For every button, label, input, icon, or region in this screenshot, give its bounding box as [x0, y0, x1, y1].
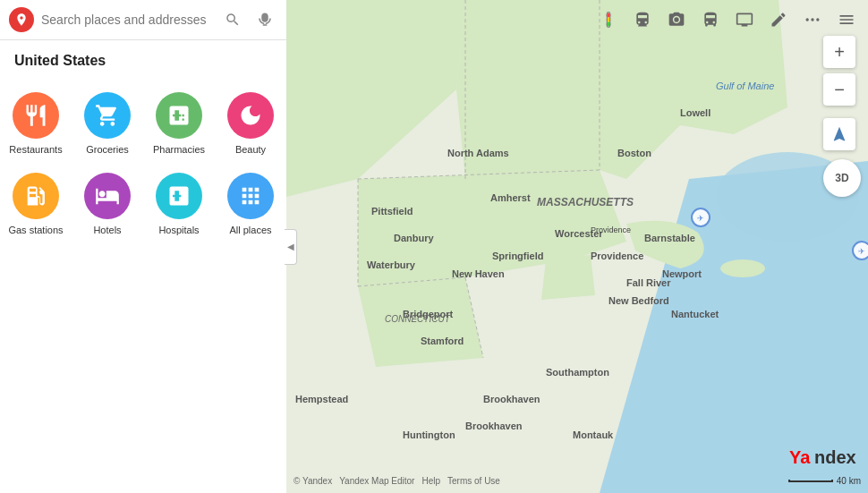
svg-text:New Haven: New Haven: [452, 268, 505, 279]
svg-text:Amherst: Amherst: [490, 192, 531, 203]
svg-text:Nantucket: Nantucket: [671, 309, 719, 319]
collapse-icon: ◀: [287, 242, 294, 251]
svg-text:Providence: Providence: [591, 251, 643, 261]
svg-text:✈: ✈: [858, 247, 865, 256]
hotels-icon: [84, 173, 131, 219]
category-item-pharmacies[interactable]: Pharmacies: [143, 83, 215, 164]
more-icon: [804, 11, 821, 29]
toolbar-screen-button[interactable]: [728, 4, 761, 36]
svg-point-53: [806, 18, 809, 21]
map-svg: Boston Amherst Bridgeport New Haven Wate…: [286, 0, 868, 493]
beauty-icon: [227, 92, 274, 139]
svg-point-55: [816, 18, 819, 21]
svg-text:Gulf of Maine: Gulf of Maine: [716, 81, 774, 91]
gas-icon: [13, 173, 59, 219]
zoom-in-icon: +: [834, 42, 845, 63]
toolbar-transit-button[interactable]: [626, 4, 659, 36]
hospitals-label: Hospitals: [158, 225, 199, 235]
all-icon: [227, 173, 274, 219]
voice-button[interactable]: [252, 7, 277, 32]
category-item-hotels[interactable]: Hotels: [72, 164, 143, 244]
svg-text:Stamford: Stamford: [421, 336, 464, 346]
category-item-restaurants[interactable]: Restaurants: [0, 83, 72, 164]
svg-marker-6: [541, 255, 595, 300]
svg-text:✈: ✈: [697, 214, 704, 223]
toolbar-camera-button[interactable]: [660, 4, 693, 36]
location-icon: [9, 7, 34, 32]
hotels-label: Hotels: [93, 225, 121, 235]
pharmacies-label: Pharmacies: [153, 144, 205, 155]
svg-text:Waterbury: Waterbury: [367, 259, 416, 270]
screen-icon: [736, 11, 753, 29]
svg-text:Springfield: Springfield: [492, 251, 543, 261]
category-item-hospitals[interactable]: Hospitals: [143, 164, 215, 244]
category-item-all[interactable]: All places: [215, 164, 286, 244]
svg-text:Pittsfield: Pittsfield: [371, 206, 413, 217]
restaurants-label: Restaurants: [9, 144, 62, 155]
svg-text:Brookhaven: Brookhaven: [483, 394, 540, 404]
svg-text:New Bedford: New Bedford: [608, 295, 669, 306]
gas-label: Gas stations: [8, 225, 63, 235]
search-bar: [0, 0, 286, 40]
compass-button[interactable]: [823, 118, 855, 150]
svg-text:Montauk: Montauk: [573, 429, 614, 440]
bottom-links: © Yandex Yandex Map Editor Help Terms of…: [286, 476, 507, 486]
groceries-icon: [84, 92, 131, 139]
svg-text:Hempstead: Hempstead: [295, 394, 348, 404]
svg-point-10: [720, 259, 765, 277]
edit-icon: [770, 11, 787, 29]
svg-text:Providence: Providence: [591, 225, 631, 234]
svg-text:North Adams: North Adams: [447, 148, 509, 158]
camera-icon: [668, 11, 685, 29]
bus-icon: [702, 11, 719, 29]
map-area: Boston Amherst Bridgeport New Haven Wate…: [286, 0, 868, 493]
svg-text:CONNECTICUT: CONNECTICUT: [385, 314, 451, 324]
toolbar-bus-button[interactable]: [694, 4, 727, 36]
svg-text:Newport: Newport: [662, 268, 702, 279]
transit-icon: [634, 11, 651, 29]
map-controls: + − 3D: [823, 36, 861, 197]
threed-button[interactable]: 3D: [823, 159, 861, 197]
category-item-groceries[interactable]: Groceries: [72, 83, 143, 164]
zoom-out-button[interactable]: −: [823, 73, 855, 106]
category-item-gas[interactable]: Gas stations: [0, 164, 72, 244]
category-item-beauty[interactable]: Beauty: [215, 83, 286, 164]
beauty-label: Beauty: [235, 144, 266, 155]
scale-line: [788, 480, 833, 482]
scale-bar: 40 km: [788, 476, 861, 486]
svg-text:Barnstable: Barnstable: [644, 233, 695, 243]
zoom-in-button[interactable]: +: [823, 36, 855, 68]
toolbar-menu-button[interactable]: [830, 4, 863, 36]
all-label: All places: [229, 225, 271, 235]
toolbar-traffic-button[interactable]: [592, 4, 625, 36]
svg-text:Southampton: Southampton: [546, 367, 609, 378]
footer-help-link[interactable]: Help: [421, 476, 440, 486]
footer-editor-link[interactable]: Yandex Map Editor: [339, 476, 414, 486]
top-toolbar: [587, 0, 868, 39]
toolbar-edit-button[interactable]: [762, 4, 795, 36]
search-button[interactable]: [220, 7, 245, 32]
footer-yandex-link[interactable]: © Yandex: [294, 476, 332, 486]
restaurants-icon: [13, 92, 59, 139]
region-title: United States: [0, 40, 286, 76]
search-input[interactable]: [41, 13, 213, 27]
svg-text:Huntington: Huntington: [403, 429, 455, 440]
scale-label: 40 km: [837, 476, 861, 486]
threed-icon: 3D: [835, 172, 848, 184]
toolbar-more-button[interactable]: [796, 4, 829, 36]
zoom-out-icon: −: [834, 80, 845, 100]
svg-text:Boston: Boston: [617, 148, 651, 158]
footer-terms-link[interactable]: Terms of Use: [447, 476, 500, 486]
menu-icon: [838, 11, 855, 29]
svg-point-54: [811, 18, 813, 21]
compass-icon: [830, 125, 848, 143]
svg-text:MASSACHUSETTS: MASSACHUSETTS: [537, 196, 634, 208]
sidebar: United States RestaurantsGroceriesPharma…: [0, 0, 286, 493]
svg-text:Brookhaven: Brookhaven: [465, 421, 523, 431]
collapse-handle[interactable]: ◀: [285, 229, 297, 265]
traffic-icon: [600, 11, 617, 29]
pharmacies-icon: [156, 92, 202, 139]
category-grid: RestaurantsGroceriesPharmaciesBeautyGas …: [0, 76, 286, 251]
svg-text:Danbury: Danbury: [394, 233, 435, 243]
groceries-label: Groceries: [86, 144, 129, 155]
